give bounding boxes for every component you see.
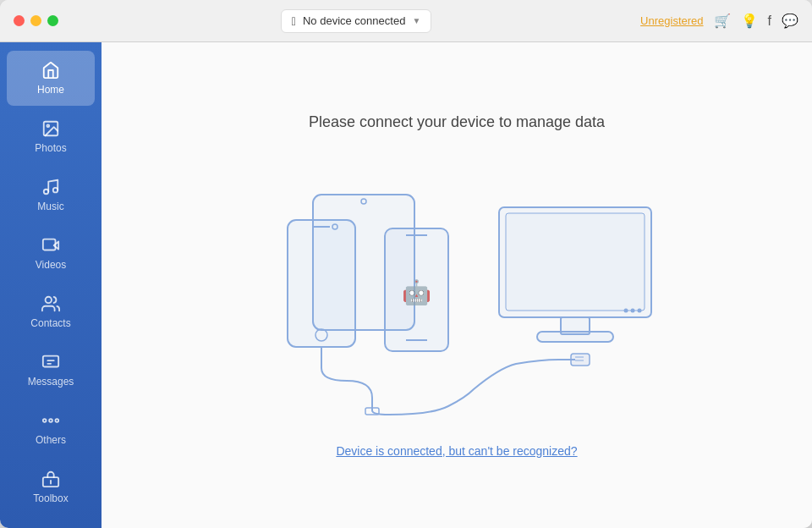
sidebar-item-contacts-label: Contacts xyxy=(30,317,70,329)
svg-rect-39 xyxy=(537,332,613,342)
svg-rect-4 xyxy=(43,239,56,250)
apple-icon:  xyxy=(292,14,296,28)
app-window:  No device connected ▼ Unregistered 🛒 💡… xyxy=(0,0,812,528)
maximize-button[interactable] xyxy=(47,15,58,26)
sidebar-item-videos-label: Videos xyxy=(36,259,66,271)
sidebar-item-contacts[interactable]: Contacts xyxy=(7,284,95,339)
svg-rect-34 xyxy=(506,213,645,311)
unregistered-link[interactable]: Unregistered xyxy=(640,14,703,27)
device-selector[interactable]:  No device connected ▼ xyxy=(281,9,431,33)
svg-point-36 xyxy=(631,308,635,312)
sidebar-item-others-label: Others xyxy=(36,434,66,446)
sidebar-item-toolbox[interactable]: Toolbox xyxy=(7,459,95,514)
sidebar-item-music[interactable]: Music xyxy=(7,168,95,223)
sidebar: Home Photos Music xyxy=(0,42,102,528)
svg-text:🤖: 🤖 xyxy=(402,278,431,306)
cart-icon[interactable]: 🛒 xyxy=(714,13,731,29)
sidebar-footer: AnyMP4 iPhone Transfer Pro for Mac xyxy=(0,516,102,528)
sidebar-item-videos[interactable]: Videos xyxy=(7,226,95,281)
main-layout: Home Photos Music xyxy=(0,42,812,528)
svg-point-2 xyxy=(44,190,49,195)
sidebar-item-messages-label: Messages xyxy=(28,376,74,388)
traffic-lights xyxy=(14,15,58,26)
minimize-button[interactable] xyxy=(30,15,41,26)
sidebar-item-others[interactable]: Others xyxy=(7,401,95,456)
bulb-icon[interactable]: 💡 xyxy=(741,13,758,29)
device-label: No device connected xyxy=(303,14,405,27)
device-illustration: 🤖 xyxy=(237,165,677,419)
svg-rect-41 xyxy=(571,354,590,366)
sidebar-item-photos[interactable]: Photos xyxy=(7,109,95,164)
connect-help-link[interactable]: Device is connected, but can't be recogn… xyxy=(336,444,577,458)
chevron-down-icon: ▼ xyxy=(412,16,420,25)
content-area: Please connect your device to manage dat… xyxy=(102,42,812,528)
titlebar-right: Unregistered 🛒 💡 f 💬 xyxy=(640,13,798,29)
sidebar-item-music-label: Music xyxy=(37,201,63,212)
svg-point-1 xyxy=(47,124,49,127)
sidebar-item-home-label: Home xyxy=(37,84,64,96)
close-button[interactable] xyxy=(14,15,25,26)
svg-point-35 xyxy=(624,308,628,312)
facebook-icon[interactable]: f xyxy=(768,14,771,29)
svg-point-9 xyxy=(43,419,47,422)
svg-point-10 xyxy=(56,419,59,422)
message-icon[interactable]: 💬 xyxy=(782,13,798,29)
svg-point-6 xyxy=(46,297,52,303)
sidebar-item-toolbox-label: Toolbox xyxy=(33,492,68,504)
titlebar:  No device connected ▼ Unregistered 🛒 💡… xyxy=(0,0,812,42)
sidebar-item-home[interactable]: Home xyxy=(7,51,95,106)
sidebar-item-photos-label: Photos xyxy=(35,142,66,154)
sidebar-item-messages[interactable]: Messages xyxy=(7,343,95,398)
svg-point-8 xyxy=(49,419,52,422)
connect-message: Please connect your device to manage dat… xyxy=(309,113,605,131)
svg-point-3 xyxy=(53,188,58,193)
svg-point-37 xyxy=(638,308,642,312)
